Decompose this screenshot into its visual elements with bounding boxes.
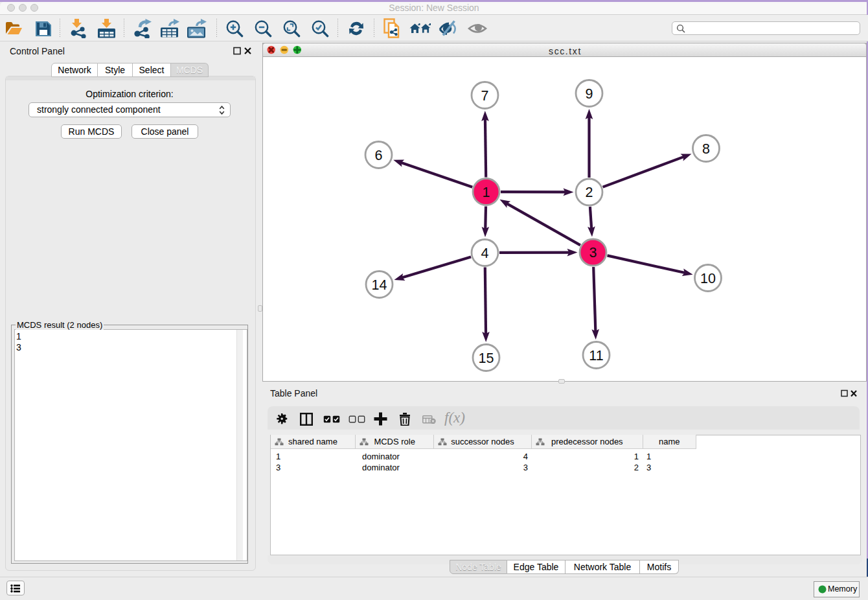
svg-text:2: 2 xyxy=(586,185,593,200)
svg-text:1: 1 xyxy=(483,185,490,200)
svg-text:4: 4 xyxy=(481,246,489,261)
svg-text:8: 8 xyxy=(702,141,710,157)
svg-text:15: 15 xyxy=(479,351,494,366)
svg-text:11: 11 xyxy=(589,348,603,363)
svg-text:14: 14 xyxy=(372,277,387,293)
svg-text:7: 7 xyxy=(481,88,489,104)
svg-text:3: 3 xyxy=(589,245,597,260)
svg-text:10: 10 xyxy=(700,271,716,286)
svg-text:6: 6 xyxy=(375,148,383,163)
svg-text:9: 9 xyxy=(586,86,593,102)
